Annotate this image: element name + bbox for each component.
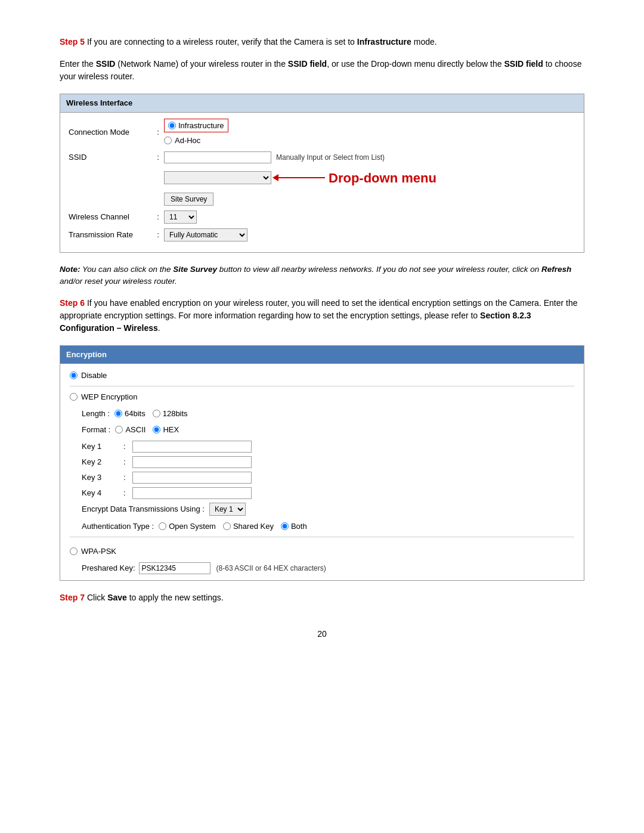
hex-radio[interactable] [153,426,160,433]
arrow-line [277,177,325,178]
preshared-input[interactable] [139,562,210,574]
page-number: 20 [60,628,584,640]
wpa-psk-radio[interactable] [70,547,78,555]
divider1 [70,386,574,386]
wireless-channel-row: Wireless Channel : 11 [69,210,575,224]
key4-row: Key 4 : [70,487,574,499]
transmission-rate-row: Transmission Rate : Fully Automatic [69,228,575,241]
ssid-note: Manually Input or Select from List) [276,152,385,163]
format-row: Format : ASCII HEX [70,424,574,436]
key2-input[interactable] [132,456,252,468]
key3-input[interactable] [132,472,252,484]
open-system-label: Open System [169,521,216,532]
bits128-label: 128bits [163,408,188,420]
key4-input[interactable] [132,487,252,499]
step6-label: Step 6 [60,298,85,308]
wpa-psk-row[interactable]: WPA-PSK [70,546,574,558]
both-radio[interactable] [281,522,289,530]
shared-key-radio[interactable] [223,522,231,530]
bits64-label: 64bits [125,408,145,420]
hex-label: HEX [163,424,179,436]
encryption-body: Disable WEP Encryption Length : 64bits 1… [60,364,584,580]
step7-para: Step 7 Click Save to apply the new setti… [60,592,584,604]
wpa-section: WPA-PSK Preshared Key: (8-63 ASCII or 64… [70,542,574,574]
bits64-radio[interactable] [114,410,122,417]
auth-type-row: Authentication Type : Open System Shared… [70,521,574,532]
encryption-header: Encryption [60,346,584,364]
wep-radio[interactable] [70,393,78,401]
adhoc-option[interactable]: Ad-Hoc [164,135,228,147]
connection-mode-label: Connection Mode [69,126,152,138]
encryption-panel: Encryption Disable WEP Encryption Length… [60,345,584,581]
preshared-row: Preshared Key: (8-63 ASCII or 64 HEX cha… [70,562,574,574]
note-block: Note: You can also click on the Site Sur… [60,264,584,288]
key2-row: Key 2 : [70,456,574,468]
site-survey-button[interactable]: Site Survey [164,193,213,206]
wireless-channel-label: Wireless Channel [69,211,152,223]
both-label: Both [291,521,307,532]
shared-key-label: Shared Key [233,521,274,532]
key3-row: Key 3 : [70,472,574,484]
key4-label: Key 4 [82,487,123,499]
dropdown-arrow-label: Drop-down menu [277,168,436,188]
connection-mode-radio-group: Infrastructure Ad-Hoc [164,119,228,147]
ssid-dropdown[interactable] [164,171,271,184]
encrypt-trans-row: Encrypt Data Transmissions Using : Key 1 [70,503,574,516]
disable-radio[interactable] [70,371,78,379]
wireless-interface-panel: Wireless Interface Connection Mode : Inf… [60,94,584,253]
adhoc-radio[interactable] [164,137,172,144]
step7-label: Step 7 [60,593,85,602]
connection-mode-row: Connection Mode : Infrastructure Ad-Hoc [69,119,575,147]
key3-label: Key 3 [82,472,123,484]
wireless-channel-select[interactable]: 11 [164,210,197,224]
infrastructure-option[interactable]: Infrastructure [164,119,228,133]
ssid-row: SSID : Manually Input or Select from Lis… [69,151,575,163]
key1-row: Key 1 : [70,441,574,453]
wep-row[interactable]: WEP Encryption [70,391,574,403]
wpa-psk-label: WPA-PSK [81,546,116,558]
preshared-note: (8-63 ASCII or 64 HEX characters) [216,563,326,574]
length-row: Length : 64bits 128bits [70,408,574,420]
infrastructure-radio[interactable] [168,122,176,129]
transmission-rate-select[interactable]: Fully Automatic [164,228,247,241]
ssid-label: SSID [69,151,152,163]
ssid-input[interactable] [164,151,271,163]
wireless-interface-body: Connection Mode : Infrastructure Ad-Hoc [60,113,584,252]
divider2 [70,537,574,537]
transmission-rate-label: Transmission Rate [69,229,152,241]
ascii-label: ASCII [125,424,145,436]
ascii-radio[interactable] [115,426,123,433]
dropdown-row: Drop-down menu [69,168,575,188]
key-select[interactable]: Key 1 [209,503,246,516]
bits128-radio[interactable] [153,410,160,417]
step5-label: Step 5 [60,37,85,47]
step5-para2: Enter the SSID (Network Name) of your wi… [60,58,584,83]
wep-label: WEP Encryption [81,391,137,403]
step6-para: Step 6 If you have enabled encryption on… [60,297,584,335]
step5-para1: Step 5 If you are connecting to a wirele… [60,36,584,48]
dropdown-menu-label: Drop-down menu [329,168,436,188]
disable-label: Disable [81,370,107,382]
preshared-label: Preshared Key: [82,562,135,574]
disable-row[interactable]: Disable [70,370,574,382]
site-survey-row: Site Survey [69,193,575,206]
key1-input[interactable] [132,441,252,453]
key1-label: Key 1 [82,441,123,453]
open-system-radio[interactable] [159,522,166,530]
key2-label: Key 2 [82,456,123,468]
wireless-interface-header: Wireless Interface [60,94,584,113]
